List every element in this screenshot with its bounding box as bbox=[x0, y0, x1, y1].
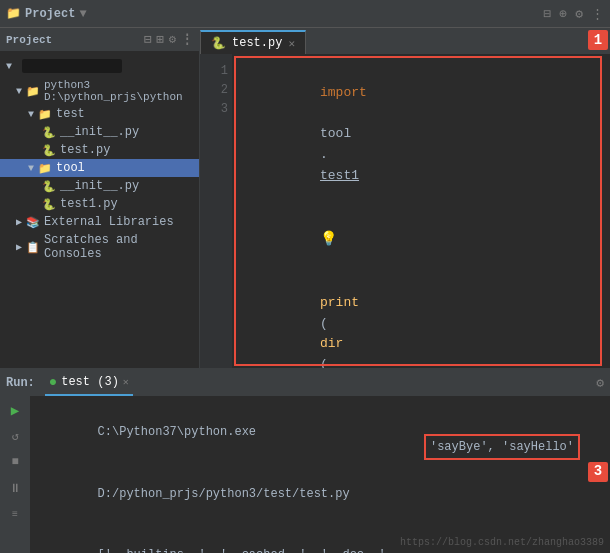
annotation-1: 1 bbox=[588, 30, 608, 50]
py-icon: 🐍 bbox=[42, 126, 56, 139]
sidebar-item-init-test[interactable]: 🐍 __init__.py bbox=[0, 123, 199, 141]
module-tool: tool bbox=[320, 126, 351, 141]
run-content: ▶ ↺ ■ ⏸ ≡ 'sayBye', 'sayHello' 3 C:\Pyth… bbox=[0, 396, 610, 553]
run-dot-icon: ● bbox=[49, 374, 57, 390]
test1-py-label: test1.py bbox=[60, 197, 118, 211]
output-line-2: D:/python_prjs/python3/test/test.py bbox=[40, 463, 600, 524]
editor-tabs-wrapper: 🐍 test.py ✕ 1 bbox=[200, 28, 610, 54]
run-stop-button[interactable]: ■ bbox=[5, 452, 25, 472]
project-icon: 📁 bbox=[6, 6, 21, 21]
sidebar-icon-gear[interactable]: ⚙ bbox=[169, 32, 176, 47]
line-num-1: 1 bbox=[204, 62, 228, 81]
run-output: 'sayBye', 'sayHello' 3 C:\Python37\pytho… bbox=[30, 396, 610, 553]
module-test1: test1 bbox=[320, 168, 359, 183]
sidebar-header-icons: ⊟ ⊞ ⚙ ⋮ bbox=[144, 32, 193, 47]
init-tool-label: __init__.py bbox=[60, 179, 139, 193]
tab-close-button[interactable]: ✕ bbox=[288, 37, 295, 50]
paren2-open: ( bbox=[320, 357, 328, 368]
top-bar-icons: ⊟ ⊕ ⚙ ⋮ bbox=[544, 6, 604, 22]
fn-print: print bbox=[320, 295, 359, 310]
run-gear-icon[interactable]: ⚙ bbox=[596, 375, 604, 391]
sidebar-item-init-tool[interactable]: 🐍 __init__.py bbox=[0, 177, 199, 195]
line-num-3: 3 bbox=[204, 100, 228, 119]
icon-gear[interactable]: ⚙ bbox=[575, 6, 583, 22]
bottom-panel: Run: ● test (3) ✕ ⚙ ▶ ↺ ■ ⏸ ≡ 'sayBye', … bbox=[0, 368, 610, 553]
folder-arrow-tool: ▼ bbox=[28, 163, 34, 174]
py-icon-testpy: 🐍 bbox=[42, 144, 56, 157]
sidebar-item-ext-libs[interactable]: ▶ 📚 External Libraries bbox=[0, 213, 199, 231]
fn-dir: dir bbox=[320, 336, 343, 351]
root-label-obscured bbox=[22, 59, 122, 73]
run-rerun-button[interactable]: ↺ bbox=[5, 426, 25, 446]
line-numbers: 1 2 3 bbox=[200, 54, 232, 368]
ext-libs-icon: 📚 bbox=[26, 216, 40, 229]
top-bar: 📁 Project ▼ ⊟ ⊕ ⚙ ⋮ bbox=[0, 0, 610, 28]
code-line-3: print ( dir ( tool . test1 )) bbox=[242, 272, 600, 368]
icon-plus[interactable]: ⊕ bbox=[559, 6, 567, 22]
top-bar-dropdown[interactable]: ▼ bbox=[79, 7, 86, 21]
paren-open: ( bbox=[320, 316, 328, 331]
run-tab-close[interactable]: ✕ bbox=[123, 376, 129, 388]
editor-tab-testpy[interactable]: 🐍 test.py ✕ bbox=[200, 30, 306, 54]
main-layout: Project ⊟ ⊞ ⚙ ⋮ ▼ ▼ 📁 python3 D:\python_… bbox=[0, 28, 610, 368]
output-python-exe: C:\Python37\python.exe bbox=[98, 425, 256, 439]
dot-sep: . bbox=[320, 147, 328, 162]
test-py-label: test.py bbox=[60, 143, 110, 157]
folder-arrow-test: ▼ bbox=[28, 109, 34, 120]
sidebar-icon-expand[interactable]: ⊞ bbox=[157, 32, 164, 47]
tab-label: test.py bbox=[232, 36, 282, 50]
editor-content: 2 1 2 3 import tool . test1 bbox=[200, 54, 610, 368]
code-line-2: 💡 bbox=[242, 208, 600, 272]
sidebar-item-test-folder[interactable]: ▼ 📁 test bbox=[0, 105, 199, 123]
folder-icon: 📁 bbox=[26, 85, 40, 98]
icon-more[interactable]: ⋮ bbox=[591, 6, 604, 22]
sidebar-content: ▼ ▼ 📁 python3 D:\python_prjs\python ▼ 📁 … bbox=[0, 51, 199, 267]
output-script-path: D:/python_prjs/python3/test/test.py bbox=[98, 487, 350, 501]
sidebar-icon-pin[interactable]: ⊟ bbox=[144, 32, 151, 47]
run-tab-test3[interactable]: ● test (3) ✕ bbox=[45, 370, 133, 396]
annotation-3: 3 bbox=[588, 462, 608, 482]
tool-folder-icon: 📁 bbox=[38, 162, 52, 175]
space bbox=[320, 106, 328, 121]
output-line-1: C:\Python37\python.exe bbox=[40, 402, 600, 463]
sidebar-item-test1-py[interactable]: 🐍 test1.py bbox=[0, 195, 199, 213]
sidebar-item-scratches[interactable]: ▶ 📋 Scratches and Consoles bbox=[0, 231, 199, 263]
sidebar-item-python3[interactable]: ▼ 📁 python3 D:\python_prjs\python bbox=[0, 77, 199, 105]
sidebar-header: Project ⊟ ⊞ ⚙ ⋮ bbox=[0, 28, 199, 51]
ext-libs-label: External Libraries bbox=[44, 215, 174, 229]
output-list-1: ['__builtins__', '__cached__', '__doc__'… bbox=[98, 548, 393, 553]
py-icon-test1: 🐍 bbox=[42, 198, 56, 211]
sidebar-item-root[interactable]: ▼ bbox=[0, 55, 199, 77]
run-sidebar: ▶ ↺ ■ ⏸ ≡ bbox=[0, 396, 30, 553]
run-pause-button[interactable]: ⏸ bbox=[5, 478, 25, 498]
python3-label: python3 D:\python_prjs\python bbox=[44, 79, 193, 103]
sidebar-title: Project bbox=[6, 34, 52, 46]
icon-pin[interactable]: ⊟ bbox=[544, 6, 552, 22]
arrow-ext-libs: ▶ bbox=[16, 216, 22, 228]
arrow-icon: ▼ bbox=[6, 61, 12, 72]
top-bar-title: Project bbox=[25, 7, 75, 21]
test-folder-icon: 📁 bbox=[38, 108, 52, 121]
init-test-label: __init__.py bbox=[60, 125, 139, 139]
run-play-button[interactable]: ▶ bbox=[5, 400, 25, 420]
editor-area: 🐍 test.py ✕ 1 2 1 2 3 bbox=[200, 28, 610, 368]
scratches-icon: 📋 bbox=[26, 241, 40, 254]
editor-tabs: 🐍 test.py ✕ 1 bbox=[200, 28, 610, 54]
sidebar-item-tool-folder[interactable]: ▼ 📁 tool bbox=[0, 159, 199, 177]
sidebar-item-test-py[interactable]: 🐍 test.py bbox=[0, 141, 199, 159]
run-settings-button[interactable]: ≡ bbox=[5, 504, 25, 524]
folder-arrow: ▼ bbox=[16, 86, 22, 97]
tool-folder-label: tool bbox=[56, 161, 85, 175]
code-line-1: import tool . test1 bbox=[242, 62, 600, 208]
sidebar-icon-more[interactable]: ⋮ bbox=[181, 32, 193, 47]
test-folder-label: test bbox=[56, 107, 85, 121]
watermark: https://blog.csdn.net/zhanghao3389 bbox=[400, 534, 604, 551]
line-num-2: 2 bbox=[204, 81, 228, 100]
kw-import: import bbox=[320, 85, 367, 100]
run-tabs: Run: ● test (3) ✕ ⚙ bbox=[0, 370, 610, 396]
bulb-icon: 💡 bbox=[320, 231, 337, 247]
scratches-label: Scratches and Consoles bbox=[44, 233, 193, 261]
code-editor[interactable]: import tool . test1 💡 print ( dir ( tool bbox=[232, 54, 610, 368]
arrow-scratches: ▶ bbox=[16, 241, 22, 253]
sidebar: Project ⊟ ⊞ ⚙ ⋮ ▼ ▼ 📁 python3 D:\python_… bbox=[0, 28, 200, 368]
